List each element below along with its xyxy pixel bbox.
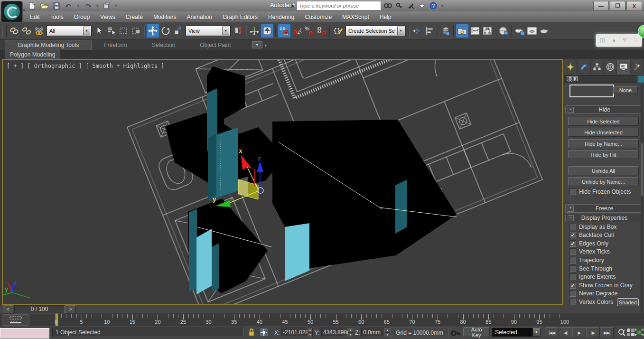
- dolly-icon[interactable]: ⁰⁄: [623, 37, 626, 44]
- shaded-button[interactable]: Shaded: [617, 298, 639, 306]
- bind-to-space-warp-icon[interactable]: [33, 24, 45, 38]
- ribbon-tab-graphite-modeling-tools[interactable]: Graphite Modeling Tools: [5, 40, 92, 50]
- panel-scrollbar[interactable]: [641, 85, 643, 339]
- vertex-ticks-checkbox[interactable]: [569, 248, 576, 255]
- y-spinner[interactable]: ▲▼: [348, 328, 353, 337]
- chevron-down-icon[interactable]: ▼: [532, 328, 541, 337]
- undo-dropdown-caret[interactable]: ▼: [76, 4, 80, 8]
- window-crossing-toggle-icon[interactable]: [130, 24, 142, 38]
- hide-frozen-objects-checkbox[interactable]: [569, 188, 576, 195]
- layer-manager-icon[interactable]: [439, 24, 452, 38]
- hide-unselected-button[interactable]: Hide Unselected: [568, 128, 639, 137]
- unhide-by-name-button[interactable]: Unhide by Name...: [568, 177, 639, 186]
- select-by-name-icon[interactable]: [105, 24, 118, 38]
- hide-by-category-list[interactable]: [569, 85, 614, 97]
- backface-cull-row[interactable]: ✓Backface Cull: [569, 232, 614, 239]
- expand-icon[interactable]: +: [568, 206, 574, 212]
- tab-hierarchy[interactable]: [590, 60, 604, 74]
- hide-by-name-button[interactable]: Hide by Name...: [568, 139, 639, 148]
- edges-only-row[interactable]: ✓Edges Only: [569, 240, 608, 247]
- select-and-scale-icon[interactable]: [172, 24, 184, 38]
- backface-cull-checkbox[interactable]: ✓: [569, 232, 576, 238]
- go-to-start-button[interactable]: |◀◀: [545, 327, 559, 338]
- ribbon-tab-freeform[interactable]: Freeform: [92, 40, 140, 50]
- vertex-colors-row[interactable]: Vertex Colors: [569, 298, 613, 305]
- percent-snap-icon[interactable]: %: [303, 24, 316, 38]
- favorites-star-icon[interactable]: [417, 1, 427, 10]
- previous-frame-button[interactable]: ◀|: [559, 327, 572, 338]
- ignore-extents-row[interactable]: Ignore Extents: [569, 273, 616, 281]
- rectangular-selection-region-icon[interactable]: [118, 24, 130, 38]
- restore-button[interactable]: ❐: [610, 1, 625, 11]
- z-spinner[interactable]: ▲▼: [385, 328, 390, 337]
- reference-coordinate-dropdown[interactable]: View▼: [186, 26, 231, 36]
- menu-help[interactable]: Help: [374, 12, 397, 22]
- absolute-offset-toggle-icon[interactable]: [259, 327, 269, 337]
- viewport-canvas[interactable]: x z y y z: [3, 60, 562, 304]
- tab-modify[interactable]: [577, 60, 590, 74]
- undo-button[interactable]: [64, 1, 74, 10]
- maxscript-mini-listener[interactable]: [0, 328, 49, 339]
- search-icon[interactable]: [383, 1, 392, 10]
- collapse-icon[interactable]: -: [568, 215, 574, 221]
- rollout-hide[interactable]: - Hide: [565, 105, 642, 114]
- hide-frozen-objects-row[interactable]: Hide Frozen Objects: [569, 188, 631, 195]
- vertex-ticks-row[interactable]: Vertex Ticks: [569, 248, 610, 255]
- ribbon-minimize-caret[interactable]: ▼: [264, 44, 268, 48]
- next-frame-button[interactable]: |▶: [586, 327, 600, 338]
- track-bar[interactable]: 0510152025303540455055606570758085909510…: [0, 313, 644, 327]
- use-pivot-point-icon[interactable]: [232, 24, 244, 38]
- object-color-swatch[interactable]: [638, 75, 644, 83]
- set-key-icon[interactable]: [451, 328, 460, 338]
- redo-button[interactable]: [83, 1, 93, 10]
- edges-only-checkbox[interactable]: ✓: [569, 240, 576, 247]
- go-to-end-button[interactable]: ▶▶|: [600, 327, 614, 338]
- tab-utilities[interactable]: [630, 60, 644, 74]
- vertex-colors-checkbox[interactable]: [569, 299, 576, 305]
- edit-named-selection-sets-icon[interactable]: {}: [332, 24, 344, 38]
- curve-editor-icon[interactable]: [469, 24, 481, 38]
- see-through-row[interactable]: See-Through: [569, 265, 612, 272]
- rollout-display-properties[interactable]: - Display Properties: [565, 214, 642, 222]
- spinner-snap-icon[interactable]: [316, 24, 328, 38]
- named-selection-set-dropdown[interactable]: Create Selection Set▼: [345, 26, 406, 36]
- display-as-box-row[interactable]: Display as Box: [569, 223, 616, 230]
- hide-by-hit-button[interactable]: Hide by Hit: [568, 150, 639, 159]
- tab-create[interactable]: [564, 60, 577, 74]
- help-dropdown-caret[interactable]: ▼: [440, 4, 444, 8]
- communication-center-icon[interactable]: [406, 1, 415, 10]
- application-menu-button[interactable]: [1, 1, 23, 23]
- minimize-button[interactable]: —: [593, 1, 609, 11]
- object-name-field[interactable]: 顶面: [564, 75, 636, 83]
- select-and-rotate-icon[interactable]: [159, 24, 172, 38]
- tab-motion[interactable]: [604, 60, 617, 74]
- menu-maxscript[interactable]: MAXScript: [337, 12, 374, 22]
- selection-filter-dropdown[interactable]: All▼: [47, 26, 92, 36]
- previous-frame-arrow[interactable]: <: [3, 305, 13, 313]
- redo-dropdown-caret[interactable]: ▼: [95, 4, 99, 8]
- mirror-icon[interactable]: [411, 24, 423, 38]
- show-frozen-in-gray-checkbox[interactable]: ✓: [569, 282, 576, 289]
- time-slider-handle[interactable]: 0 / 100: [14, 305, 65, 313]
- ribbon-minimize-button[interactable]: ▼: [252, 41, 262, 48]
- trajectory-checkbox[interactable]: [569, 257, 576, 264]
- chevron-down-icon[interactable]: ▼: [222, 27, 229, 35]
- select-and-move-icon[interactable]: [146, 24, 159, 38]
- open-mini-curve-editor-button[interactable]: [2, 314, 29, 326]
- material-editor-icon[interactable]: [497, 24, 510, 38]
- menu-animation[interactable]: Animation: [182, 12, 217, 22]
- rendered-frame-window-icon[interactable]: [526, 24, 538, 38]
- save-file-button[interactable]: [51, 1, 62, 10]
- search-input[interactable]: [297, 1, 381, 10]
- toolbar-grip[interactable]: [2, 25, 7, 37]
- viewport-label[interactable]: [ + ] [ Orthographic ] [ Smooth + Highli…: [7, 63, 164, 69]
- angle-snap-icon[interactable]: [291, 24, 303, 38]
- graphite-ribbon-toggle-icon[interactable]: [456, 24, 469, 38]
- grid-dots-icon[interactable]: ⁙: [633, 37, 638, 44]
- select-and-manipulate-icon[interactable]: [248, 24, 261, 38]
- close-button[interactable]: X: [626, 1, 642, 11]
- schematic-view-icon[interactable]: [481, 24, 494, 38]
- unhide-all-button[interactable]: Unhide All: [568, 166, 639, 175]
- search-collapse-icon[interactable]: ▶: [291, 3, 295, 8]
- never-degrade-checkbox[interactable]: [569, 290, 576, 297]
